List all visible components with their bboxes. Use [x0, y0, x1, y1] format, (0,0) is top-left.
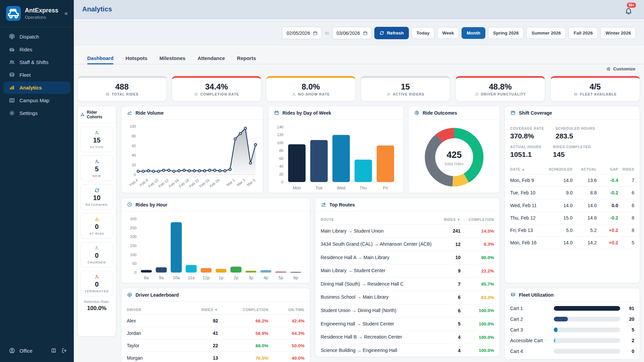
route-icon	[321, 202, 326, 207]
column-header[interactable]: ON-TIME	[268, 308, 305, 312]
fleet-bar	[554, 317, 568, 321]
column-header[interactable]: COMPLETION	[461, 218, 494, 222]
driver-name: Jordan	[127, 330, 188, 336]
tab-attendance[interactable]: Attendance	[198, 52, 225, 64]
date-from-value: 02/05/2026	[286, 31, 310, 36]
svg-text:50: 50	[132, 261, 137, 265]
disc-icon	[414, 110, 420, 116]
tab-dashboard[interactable]: Dashboard	[87, 52, 113, 64]
cohort-label: ACTIVE	[90, 145, 104, 149]
notifications-button[interactable]: 99+	[623, 4, 635, 17]
calendar-icon[interactable]	[313, 31, 318, 36]
kpi-value: 34.4%	[205, 83, 228, 91]
svg-text:150: 150	[130, 244, 137, 248]
range-button-spring-2026[interactable]: Spring 2026	[488, 27, 524, 39]
sidebar-item-dispatch[interactable]: Dispatch	[3, 31, 70, 43]
fleet-bar	[554, 306, 620, 311]
tab-reports[interactable]: Reports	[237, 52, 256, 64]
people-network-icon	[80, 112, 85, 117]
route-row: Main Library → Student Union 241 14.5%	[321, 225, 494, 238]
fleet-row-cart-4: Cart 4 0	[510, 346, 634, 357]
date-from-input[interactable]: 02/05/2026	[282, 27, 322, 39]
user-label[interactable]: Office	[19, 348, 33, 354]
column-header[interactable]: ROUTE	[321, 218, 440, 222]
svg-text:80: 80	[132, 134, 136, 138]
tab-milestones[interactable]: Milestones	[159, 52, 185, 64]
cohort-value: 15	[93, 136, 100, 144]
range-button-winter-2026[interactable]: Winter 2026	[600, 27, 636, 39]
svg-text:11a: 11a	[188, 276, 195, 280]
ride-volume-panel: Ride Volume020406080100Feb 4Feb 8Feb 10F…	[121, 106, 263, 193]
sidebar-item-analytics[interactable]: Analytics	[3, 81, 70, 94]
panel-title: Fleet Utilization	[505, 288, 640, 302]
column-header[interactable]: DATE ▲	[510, 167, 542, 171]
toolbar: 02/05/2026 to 03/06/2026 Refresh TodayWe…	[282, 27, 636, 39]
range-button-week[interactable]: Week	[437, 27, 459, 39]
column-header[interactable]: SCHEDULED	[542, 167, 573, 171]
svg-text:6p: 6p	[293, 276, 298, 280]
cohort-value: 0	[95, 223, 99, 231]
column-header[interactable]: RIDES ▼	[440, 218, 461, 222]
range-button-month[interactable]: Month	[462, 27, 485, 39]
main-area: Analytics 99+ 02/05/2026 to 03/06/2026 R…	[74, 0, 644, 362]
steering-icon	[127, 292, 132, 298]
customize-button[interactable]: Customize	[606, 66, 635, 71]
date-to-input[interactable]: 03/06/2026	[332, 27, 372, 39]
svg-text:8a: 8a	[144, 276, 149, 280]
route-name: Student Union → Dining Hall (North)	[321, 307, 440, 314]
route-row: Business School → Main Library 6 83.3%	[321, 291, 494, 304]
person-minus-icon	[94, 245, 100, 251]
svg-text:Feb 12: Feb 12	[158, 178, 169, 188]
sidebar-collapse-button[interactable]: «	[63, 9, 69, 17]
column-header[interactable]: DRIVER	[127, 308, 188, 312]
svg-text:300: 300	[130, 217, 137, 221]
ride-outcomes-chart: 425total rides	[414, 122, 495, 193]
cohort-label: TERMINATED	[85, 289, 109, 293]
column-header[interactable]: GAP	[597, 167, 618, 171]
range-button-fall-2026[interactable]: Fall 2026	[569, 27, 598, 39]
driver-name: Alex	[127, 318, 188, 323]
sidebar-item-staff-shifts[interactable]: Staff & Shifts	[3, 56, 70, 68]
sidebar: AntExpress Operations « Dispatch Rides S…	[0, 0, 74, 362]
panel-title: Driver Leaderboard	[121, 288, 310, 302]
driver-row: Taylor 22 88.0% 50.0%	[127, 340, 305, 352]
sliders-icon	[606, 67, 611, 71]
route-name: Main Library → Student Union	[321, 228, 440, 235]
fleet-bar	[554, 338, 555, 343]
page-title: Analytics	[82, 5, 112, 13]
docs-icon[interactable]	[50, 347, 57, 354]
svg-text:425: 425	[446, 150, 462, 160]
shift-table-row: Fri, Feb 13 5.0 5.2 +0.2 8	[510, 224, 634, 237]
rides-by-day-chart: 020406080100120140MonTueWedThuFri	[274, 122, 399, 192]
calendar-icon[interactable]	[363, 31, 368, 36]
column-header[interactable]: RIDES ▼	[188, 308, 218, 312]
column-header[interactable]: RIDES	[618, 167, 634, 171]
column-header[interactable]: ACTUAL	[573, 167, 597, 171]
kpi-label: TOTAL RIDES	[112, 92, 139, 96]
cohort-label: NEW	[93, 174, 101, 178]
route-name: Residence Hall A → Main Library	[321, 254, 440, 261]
kpi-label: COMPLETION RATE	[200, 92, 239, 96]
sidebar-menu: Dispatch Rides Staff & Shifts Fleet Anal…	[0, 31, 74, 119]
svg-text:250: 250	[130, 226, 137, 230]
range-button-today[interactable]: Today	[412, 27, 435, 39]
driver-name: Morgan	[127, 355, 188, 361]
column-header[interactable]: COMPLETION	[218, 308, 268, 312]
sidebar-item-rides[interactable]: Rides	[3, 43, 70, 56]
top-header: Analytics 99+	[74, 0, 644, 19]
refresh-button[interactable]: Refresh	[374, 27, 409, 39]
kpi-card-total-rides: 488 TOTAL RIDES	[77, 76, 167, 102]
shift-coverage-stats: COVERAGE RATE370.8% SCHEDULED HOURS283.5…	[510, 122, 634, 164]
sidebar-item-campus-map[interactable]: Campus Map	[3, 94, 70, 107]
logout-icon[interactable]	[61, 347, 68, 354]
range-button-summer-2026[interactable]: Summer 2026	[526, 27, 566, 39]
route-completion: 22.2%	[461, 268, 494, 274]
sidebar-item-settings[interactable]: Settings	[3, 107, 70, 119]
people-icon	[386, 92, 391, 97]
fleet-utilization-panel: Fleet Utilization Cart 1 91 Cart 2 20 Ca…	[504, 288, 640, 360]
panel-title: Shift Coverage	[505, 106, 640, 120]
sidebar-item-fleet[interactable]: Fleet	[3, 69, 70, 81]
tab-hotspots[interactable]: Hotspots	[125, 52, 147, 64]
rides-by-hour-chart: 0501001502002503008a9a10a11a12p1p2p3p4p5…	[127, 214, 306, 282]
route-name: Residence Hall B → Recreation Center	[321, 334, 440, 341]
